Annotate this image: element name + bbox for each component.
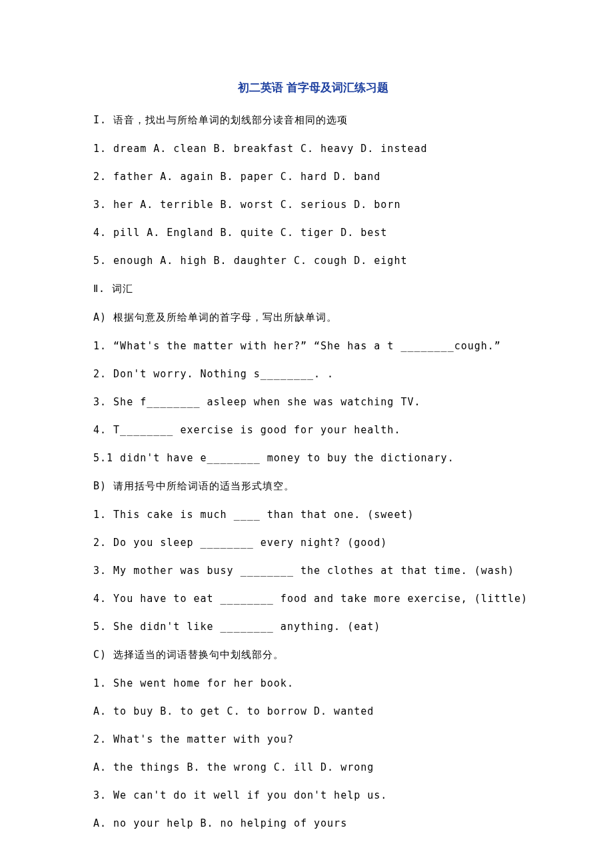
text-line: 4. pill A. England B. quite C. tiger D. … xyxy=(93,227,533,239)
text-line: 3. My mother was busy ________ the cloth… xyxy=(93,565,533,577)
text-line: Ⅱ. 词汇 xyxy=(93,283,533,295)
text-line: 2. Do you sleep ________ every night? (g… xyxy=(93,537,533,549)
text-line: A. the things B. the wrong C. ill D. wro… xyxy=(93,761,533,773)
text-line: 5.1 didn't have e________ money to buy t… xyxy=(93,452,533,464)
text-line: 4. T________ exercise is good for your h… xyxy=(93,424,533,436)
text-line: 5. enough A. high B. daughter C. cough D… xyxy=(93,255,533,267)
text-line: 3. We can't do it well if you don't help… xyxy=(93,789,533,801)
text-line: 2. What's the matter with you? xyxy=(93,733,533,745)
text-line: 4. You have to eat ________ food and tak… xyxy=(93,593,533,605)
text-line: C) 选择适当的词语替换句中划线部分。 xyxy=(93,649,533,661)
text-line: A) 根据句意及所给单词的首字母，写出所缺单词。 xyxy=(93,311,533,324)
text-line: I. 语音，找出与所给单词的划线部分读音相同的选项 xyxy=(93,114,533,127)
text-line: 2. Don't worry. Nothing s________. . xyxy=(93,368,533,380)
text-line: 1. This cake is much ____ than that one.… xyxy=(93,509,533,521)
text-line: 1. dream A. clean B. breakfast C. heavy … xyxy=(93,143,533,155)
document-page: 初二英语 首字母及词汇练习题 I. 语音，找出与所给单词的划线部分读音相同的选项… xyxy=(0,0,613,868)
text-line: 5. She didn't like ________ anything. (e… xyxy=(93,621,533,633)
text-line: B) 请用括号中所给词语的适当形式填空。 xyxy=(93,480,533,493)
text-line: 2. father A. again B. paper C. hard D. b… xyxy=(93,171,533,183)
text-line: A. no your help B. no helping of yours xyxy=(93,817,533,829)
text-line: 3. She f________ asleep when she was wat… xyxy=(93,396,533,408)
text-line: 1. She went home for her book. xyxy=(93,677,533,689)
text-line: 1. “What's the matter with her?” “She ha… xyxy=(93,340,533,352)
document-title: 初二英语 首字母及词汇练习题 xyxy=(93,80,533,95)
text-line: 3. her A. terrible B. worst C. serious D… xyxy=(93,199,533,211)
text-line: A. to buy B. to get C. to borrow D. want… xyxy=(93,705,533,717)
